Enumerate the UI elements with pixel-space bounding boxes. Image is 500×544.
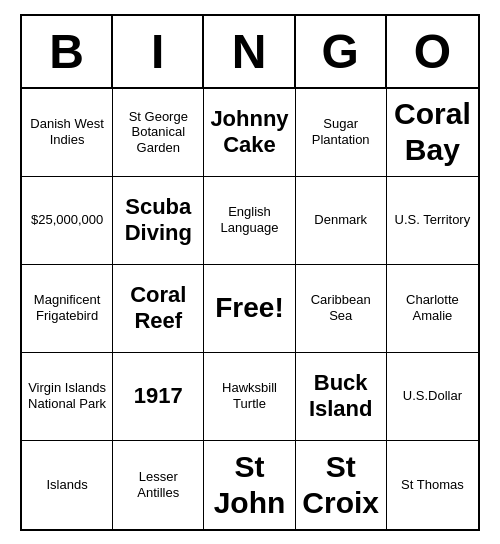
bingo-cell: Coral Reef	[113, 265, 204, 353]
bingo-cell: Charlotte Amalie	[387, 265, 478, 353]
bingo-cell: Denmark	[296, 177, 387, 265]
header-letter: N	[204, 16, 295, 87]
bingo-cell: 1917	[113, 353, 204, 441]
bingo-cell: Sugar Plantation	[296, 89, 387, 177]
bingo-cell: Johnny Cake	[204, 89, 295, 177]
bingo-cell: Caribbean Sea	[296, 265, 387, 353]
bingo-header: BINGO	[22, 16, 478, 89]
bingo-cell: St Thomas	[387, 441, 478, 529]
bingo-cell: St Croix	[296, 441, 387, 529]
header-letter: B	[22, 16, 113, 87]
bingo-cell: U.S. Territory	[387, 177, 478, 265]
bingo-cell: Free!	[204, 265, 295, 353]
bingo-cell: Buck Island	[296, 353, 387, 441]
bingo-cell: Scuba Diving	[113, 177, 204, 265]
bingo-cell: U.S.Dollar	[387, 353, 478, 441]
header-letter: O	[387, 16, 478, 87]
bingo-cell: St George Botanical Garden	[113, 89, 204, 177]
bingo-cell: Coral Bay	[387, 89, 478, 177]
bingo-card: BINGO Danish West IndiesSt George Botani…	[20, 14, 480, 531]
bingo-cell: Islands	[22, 441, 113, 529]
bingo-cell: Virgin Islands National Park	[22, 353, 113, 441]
bingo-cell: Hawksbill Turtle	[204, 353, 295, 441]
bingo-grid: Danish West IndiesSt George Botanical Ga…	[22, 89, 478, 529]
header-letter: I	[113, 16, 204, 87]
bingo-cell: $25,000,000	[22, 177, 113, 265]
bingo-cell: St John	[204, 441, 295, 529]
bingo-cell: Danish West Indies	[22, 89, 113, 177]
header-letter: G	[296, 16, 387, 87]
bingo-cell: English Language	[204, 177, 295, 265]
bingo-cell: Magnificent Frigatebird	[22, 265, 113, 353]
bingo-cell: Lesser Antilles	[113, 441, 204, 529]
